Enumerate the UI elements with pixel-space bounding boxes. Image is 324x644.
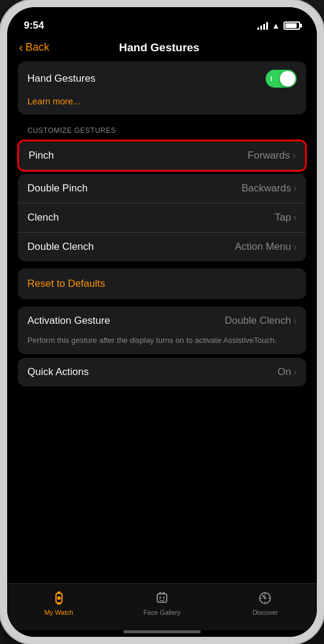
pinch-gesture-name: Pinch <box>29 150 54 162</box>
discover-icon <box>257 590 273 606</box>
tab-my-watch-label: My Watch <box>44 609 73 616</box>
reset-label: Reset to Defaults <box>27 278 105 289</box>
activation-gesture-label: Activation Gesture <box>27 315 110 327</box>
back-chevron-icon: ‹ <box>19 41 23 54</box>
double-clench-row[interactable]: Double Clench Action Menu › <box>18 233 306 261</box>
quick-actions-value: On › <box>278 366 297 378</box>
clench-chevron-icon: › <box>294 212 297 223</box>
activation-value-text: Double Clench <box>225 315 291 327</box>
signal-bar-1 <box>257 27 259 30</box>
activation-gesture-value: Double Clench › <box>225 315 297 327</box>
double-pinch-name: Double Pinch <box>27 182 88 194</box>
back-label: Back <box>26 41 49 54</box>
my-watch-icon <box>51 590 67 606</box>
status-time: 9:54 <box>24 20 44 32</box>
double-pinch-row[interactable]: Double Pinch Backwards › <box>18 174 306 203</box>
activation-gesture-card: Activation Gesture Double Clench › Perfo… <box>18 306 306 354</box>
tab-discover[interactable]: Discover <box>214 590 317 616</box>
hand-gestures-toggle[interactable]: I <box>266 70 297 88</box>
reset-button[interactable]: Reset to Defaults <box>18 268 306 299</box>
quick-actions-value-text: On <box>278 366 291 378</box>
signal-bar-3 <box>263 24 265 30</box>
toggle-row: Hand Gestures I <box>18 61 306 96</box>
double-pinch-value: Backwards › <box>242 182 297 194</box>
toggle-label: Hand Gestures <box>27 73 95 85</box>
phone-screen: 9:54 ▲ ‹ Bac <box>7 7 317 637</box>
signal-bar-4 <box>266 22 268 30</box>
double-clench-value-text: Action Menu <box>235 241 291 253</box>
quick-actions-card: Quick Actions On › <box>18 358 306 386</box>
pinch-value-text: Forwards <box>248 150 290 162</box>
double-clench-name: Double Clench <box>27 241 94 253</box>
pinch-row-highlighted: Pinch Forwards › <box>17 140 307 172</box>
section-header: CUSTOMIZE GESTURES <box>18 122 306 138</box>
tab-bar: My Watch Face Gallery <box>7 583 317 630</box>
clench-value: Tap › <box>275 212 297 224</box>
activation-gesture-row[interactable]: Activation Gesture Double Clench › <box>18 306 306 335</box>
other-gestures-card: Double Pinch Backwards › Clench Tap › <box>18 174 306 261</box>
signal-icon <box>257 21 268 30</box>
face-gallery-icon <box>154 590 170 606</box>
status-icons: ▲ <box>257 21 300 30</box>
svg-point-7 <box>159 597 161 599</box>
screen-content: 9:54 ▲ ‹ Bac <box>7 7 317 637</box>
svg-rect-1 <box>57 592 61 594</box>
battery-icon <box>284 21 300 30</box>
svg-rect-6 <box>163 592 165 595</box>
tab-discover-label: Discover <box>253 609 278 616</box>
pinch-gesture-value: Forwards › <box>248 150 295 162</box>
clench-name: Clench <box>27 212 59 224</box>
double-clench-chevron-icon: › <box>294 242 297 252</box>
clench-row[interactable]: Clench Tap › <box>18 203 306 233</box>
scroll-content: Hand Gestures I Learn more... CUSTOMIZE … <box>7 61 317 583</box>
quick-actions-row[interactable]: Quick Actions On › <box>18 358 306 386</box>
hand-gestures-card: Hand Gestures I Learn more... <box>18 61 306 114</box>
notch <box>126 7 198 23</box>
double-pinch-chevron-icon: › <box>294 183 297 194</box>
tab-my-watch[interactable]: My Watch <box>7 590 110 616</box>
quick-actions-label: Quick Actions <box>27 366 89 378</box>
toggle-on-label: I <box>270 76 272 82</box>
svg-rect-2 <box>57 602 61 605</box>
pinch-gesture-row[interactable]: Pinch Forwards › <box>19 141 305 170</box>
svg-rect-5 <box>159 592 161 595</box>
double-clench-value: Action Menu › <box>235 241 297 253</box>
back-button[interactable]: ‹ Back <box>19 41 49 54</box>
svg-point-3 <box>57 596 61 600</box>
activation-description: Perform this gesture after the display t… <box>18 335 306 354</box>
nav-bar: ‹ Back Hand Gestures <box>7 36 317 61</box>
learn-more-link[interactable]: Learn more... <box>18 96 306 114</box>
clench-value-text: Tap <box>275 212 291 224</box>
double-pinch-value-text: Backwards <box>242 182 291 194</box>
pinch-chevron-icon: › <box>292 150 295 161</box>
home-indicator <box>123 630 201 633</box>
toggle-knob <box>280 71 295 86</box>
battery-fill <box>285 23 297 28</box>
page-title: Hand Gestures <box>49 41 269 54</box>
svg-point-8 <box>163 597 164 599</box>
wifi-icon: ▲ <box>272 21 280 30</box>
signal-bar-2 <box>260 26 262 30</box>
phone-frame: 9:54 ▲ ‹ Bac <box>0 0 324 644</box>
tab-face-gallery-label: Face Gallery <box>144 609 180 616</box>
tab-face-gallery[interactable]: Face Gallery <box>110 590 213 616</box>
quick-actions-chevron-icon: › <box>294 367 297 377</box>
activation-chevron-icon: › <box>294 315 297 326</box>
